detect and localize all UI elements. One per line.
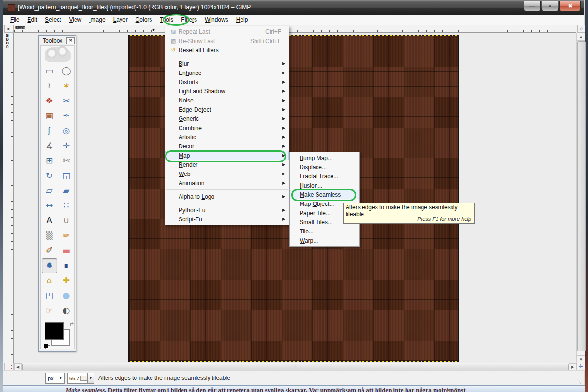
title-bar[interactable]: [Wood_pattern_parquet_floor_tiles] (impo…: [3, 0, 584, 15]
filters-distorts[interactable]: Distorts ▶: [165, 77, 289, 87]
filters-noise[interactable]: Noise ▶: [165, 96, 289, 105]
tool-pencil[interactable]: ✏: [59, 228, 74, 243]
zoom-dropdown-arrow-icon[interactable]: ▼: [87, 373, 94, 383]
tool-free-select[interactable]: ≀: [42, 78, 57, 93]
map-tile[interactable]: Tile...: [290, 227, 359, 236]
map-bump-map[interactable]: Bump Map...: [290, 153, 359, 162]
tool-icon: ▣: [45, 112, 53, 120]
filters-generic[interactable]: Generic ▶: [165, 114, 289, 123]
menu-help[interactable]: Help: [232, 15, 252, 24]
filters-decor[interactable]: Decor ▶: [165, 142, 289, 151]
tool-measure[interactable]: ∡: [42, 138, 57, 153]
scroll-right-icon[interactable]: ▶: [569, 363, 576, 370]
tool-heal[interactable]: ✚: [59, 273, 74, 288]
map-warp[interactable]: Warp...: [290, 236, 359, 245]
scroll-up-icon[interactable]: ▲: [577, 33, 585, 41]
scroll-down-icon[interactable]: ▼: [577, 355, 585, 363]
horizontal-scrollbar[interactable]: ◀ ⋯ ▶: [14, 363, 576, 370]
menu-view[interactable]: View: [65, 15, 85, 24]
vertical-scrollbar-thumb[interactable]: [577, 41, 586, 351]
filters-edge-detect[interactable]: Edge-Detect ▶: [165, 105, 289, 114]
tool-color-picker[interactable]: ʃ: [42, 123, 57, 138]
navigation-preview-button[interactable]: ✛: [576, 363, 585, 370]
tool-smudge[interactable]: ☞: [42, 303, 57, 318]
filters-python-fu[interactable]: Python-Fu ▶: [165, 205, 289, 215]
menu-edit[interactable]: Edit: [23, 15, 41, 24]
menu-windows[interactable]: Windows: [201, 15, 232, 24]
foreground-color-swatch[interactable]: [45, 322, 64, 340]
tool-gradient[interactable]: ▒: [42, 228, 57, 243]
filters-script-fu[interactable]: Script-Fu ▶: [165, 215, 289, 224]
tool-bucket-fill[interactable]: ∪: [59, 213, 74, 228]
tool-rect-select[interactable]: ▭: [42, 63, 57, 78]
tool-align[interactable]: ⊞: [42, 153, 57, 168]
toolbox-close-icon[interactable]: ✖: [66, 37, 75, 44]
tool-perspective-clone[interactable]: ◳: [42, 288, 57, 303]
filters-combine[interactable]: Combine ▶: [165, 123, 289, 132]
tool-fuzzy-select[interactable]: ✶: [59, 78, 74, 93]
dropdown-arrow-icon: ▼: [59, 377, 62, 380]
tool-ink[interactable]: ∎: [59, 258, 74, 273]
menu-colors[interactable]: Colors: [132, 15, 156, 24]
tool-blur-sharpen[interactable]: ●: [59, 288, 74, 303]
ruler-corner-menu-button[interactable]: ▶: [4, 25, 14, 33]
restore-button[interactable]: ▫: [542, 1, 558, 11]
close-button[interactable]: ✖: [559, 1, 581, 11]
tool-icon: ∡: [45, 142, 53, 150]
filters-reset-all[interactable]: ↺ Reset all Filters: [165, 45, 289, 55]
tool-paintbrush[interactable]: ✐: [42, 243, 57, 258]
filters-blur[interactable]: Blur ▶: [165, 59, 289, 68]
tool-cage-transform[interactable]: ∷: [59, 198, 74, 213]
tool-shear[interactable]: ▱: [42, 183, 57, 198]
tool-scale[interactable]: ◱: [59, 168, 74, 183]
tool-ellipse-select[interactable]: ◯: [59, 63, 74, 78]
menu-select[interactable]: Select: [41, 15, 65, 24]
menu-layer[interactable]: Layer: [109, 15, 132, 24]
swap-colors-icon[interactable]: ⇄: [70, 321, 74, 327]
map-fractal-trace[interactable]: Fractal Trace...: [290, 172, 359, 181]
horizontal-scrollbar-thumb[interactable]: ⋯: [22, 364, 569, 371]
menu-image[interactable]: Image: [85, 15, 109, 24]
vertical-ruler[interactable]: 02505007501000: [4, 33, 14, 363]
filters-repeat-last[interactable]: ▨ Repeat Last Ctrl+F: [165, 27, 289, 36]
tool-select-by-color[interactable]: ❖: [42, 93, 57, 108]
zoom-fit-toggle-button[interactable]: ◇: [577, 25, 585, 33]
tool-eraser[interactable]: ▬: [59, 243, 74, 258]
ruler-label: 1000: [5, 33, 10, 48]
default-colors-icon[interactable]: [44, 344, 50, 349]
filters-reshow-last[interactable]: ▨ Re-Show Last Shift+Ctrl+F: [165, 36, 289, 45]
filters-enhance[interactable]: Enhance ▶: [165, 68, 289, 77]
tool-text[interactable]: A: [42, 213, 57, 228]
filters-artistic[interactable]: Artistic ▶: [165, 132, 289, 142]
filters-animation[interactable]: Animation ▶: [165, 178, 289, 188]
tool-flip[interactable]: ↔: [42, 198, 57, 213]
tool-airbrush[interactable]: ✹: [42, 258, 57, 273]
filters-light-and-shadow[interactable]: Light and Shadow ▶: [165, 87, 289, 96]
tool-rotate[interactable]: ↻: [42, 168, 57, 183]
minimize-button[interactable]: —: [524, 1, 541, 11]
resize-grip[interactable]: ⋱: [577, 379, 583, 385]
tool-scissors[interactable]: ✂: [59, 93, 74, 108]
tool-perspective[interactable]: ▰: [59, 183, 74, 198]
tool-paths[interactable]: ✒: [59, 108, 74, 123]
unit-dropdown[interactable]: px ▼: [45, 373, 65, 384]
tool-crop[interactable]: ✄: [59, 153, 74, 168]
toolbox-title-bar[interactable]: Toolbox ✖: [39, 36, 76, 45]
tool-foreground-select[interactable]: ▣: [42, 108, 57, 123]
tool-dodge-burn[interactable]: ◐: [59, 303, 74, 318]
map-displace[interactable]: Displace...: [290, 162, 359, 172]
wilber-watermark: [45, 47, 71, 62]
vertical-scrollbar[interactable]: ▲ ▼: [576, 33, 585, 363]
scroll-left-icon[interactable]: ◀: [14, 363, 22, 370]
filters-alpha-to-logo[interactable]: Alpha to Logo ▶: [165, 192, 289, 201]
tool-icon: ✏: [63, 232, 70, 240]
tool-zoom[interactable]: ◎: [59, 123, 74, 138]
menu-file[interactable]: File: [6, 15, 23, 24]
annotation-ellipse-make-seamless: [291, 189, 356, 201]
tool-move[interactable]: ✛: [59, 138, 74, 153]
quick-mask-toggle[interactable]: [4, 363, 14, 370]
zoom-spinner[interactable]: 66.7 ▼: [67, 373, 94, 384]
filters-web[interactable]: Web ▶: [165, 169, 289, 178]
tool-clone[interactable]: ⌂: [42, 273, 57, 288]
horizontal-ruler[interactable]: -250050075010001250 ▼: [14, 25, 576, 33]
